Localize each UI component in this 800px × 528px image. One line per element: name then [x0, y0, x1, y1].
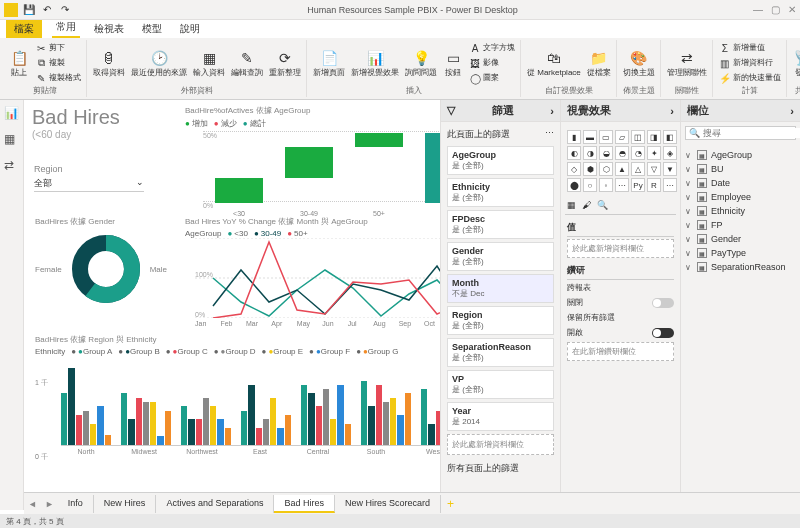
visual-type-icon[interactable]: ▲ [615, 162, 629, 176]
image-button[interactable]: 🖼影像 [467, 56, 517, 70]
edit-queries-button[interactable]: ✎編輯查詢 [229, 47, 265, 79]
filter-card[interactable]: Region是 (全部) [447, 306, 554, 335]
fields-tab-icon[interactable]: ▦ [567, 200, 576, 210]
filter-card[interactable]: FPDesc是 (全部) [447, 210, 554, 239]
refresh-button[interactable]: ⟳重新整理 [267, 47, 303, 79]
donut-chart[interactable]: BadHires 依據 Gender Female Male [34, 215, 174, 325]
waterfall-chart[interactable]: BadHire%ofActives 依據 AgeGroup 增加 減少 總計 5… [184, 104, 440, 210]
values-well[interactable]: 於此處新增資料欄位 [567, 239, 674, 258]
visual-type-icon[interactable]: ▱ [615, 130, 629, 144]
menu-help[interactable]: 說明 [176, 20, 204, 38]
visual-type-icon[interactable]: ▭ [599, 130, 613, 144]
filter-card[interactable]: VP是 (全部) [447, 370, 554, 399]
recent-sources-button[interactable]: 🕑最近使用的來源 [129, 47, 189, 79]
field-table[interactable]: ▦AgeGroup [685, 148, 796, 162]
line-chart[interactable]: Bad Hires YoY % Change 依據 Month 與 AgeGro… [184, 215, 440, 325]
from-file-button[interactable]: 📁從檔案 [585, 47, 613, 79]
visual-type-icon[interactable]: ◓ [615, 146, 629, 160]
copy-button[interactable]: ⧉複製 [33, 56, 83, 70]
visual-type-icon[interactable]: ▬ [583, 130, 597, 144]
save-icon[interactable]: 💾 [22, 3, 36, 17]
filter-card[interactable]: Ethnicity是 (全部) [447, 178, 554, 207]
redo-icon[interactable]: ↷ [58, 3, 72, 17]
next-tab-icon[interactable]: ► [41, 499, 58, 509]
model-view-icon[interactable]: ⇄ [4, 158, 20, 174]
visual-type-icon[interactable]: ⋯ [663, 178, 677, 192]
prev-tab-icon[interactable]: ◄ [24, 499, 41, 509]
format-painter-button[interactable]: ✎複製格式 [33, 71, 83, 85]
field-table[interactable]: ▦FP [685, 218, 796, 232]
report-view-icon[interactable]: 📊 [4, 106, 20, 122]
new-page-button[interactable]: 📄新增頁面 [311, 47, 347, 79]
get-data-button[interactable]: 🛢取得資料 [91, 47, 127, 79]
visual-type-icon[interactable]: ◑ [583, 146, 597, 160]
visual-type-icon[interactable]: ▽ [647, 162, 661, 176]
visual-type-icon[interactable]: ◇ [567, 162, 581, 176]
visual-type-icon[interactable]: ◫ [631, 130, 645, 144]
visual-type-icon[interactable]: ◧ [663, 130, 677, 144]
chevron-right-icon[interactable]: › [670, 105, 674, 117]
visual-type-icon[interactable]: ◨ [647, 130, 661, 144]
new-column-button[interactable]: ▥新增資料行 [717, 56, 783, 70]
report-tab[interactable]: Bad Hires [274, 495, 335, 513]
filter-card[interactable]: Gender是 (全部) [447, 242, 554, 271]
new-measure-button[interactable]: Σ新增量值 [717, 41, 783, 55]
visual-type-icon[interactable]: △ [631, 162, 645, 176]
clustered-column-chart[interactable]: BadHires 依據 Region 與 Ethnicity Ethnicity… [34, 333, 440, 468]
textbox-button[interactable]: A文字方塊 [467, 41, 517, 55]
field-table[interactable]: ▦Date [685, 176, 796, 190]
visual-type-icon[interactable]: ⬤ [567, 178, 581, 192]
more-icon[interactable]: ⋯ [545, 128, 554, 141]
marketplace-button[interactable]: 🛍從 Marketplace [525, 47, 583, 79]
format-tab-icon[interactable]: 🖌 [582, 200, 591, 210]
report-tab[interactable]: New Hires [94, 495, 157, 513]
field-table[interactable]: ▦Gender [685, 232, 796, 246]
shapes-button[interactable]: ◯圖案 [467, 71, 517, 85]
field-table[interactable]: ▦Ethnicity [685, 204, 796, 218]
filter-card[interactable]: Year是 2014 [447, 402, 554, 431]
filter-card[interactable]: AgeGroup是 (全部) [447, 146, 554, 175]
region-slicer[interactable]: Region 全部⌄ [34, 164, 144, 192]
minimize-icon[interactable]: — [753, 4, 763, 15]
cut-button[interactable]: ✂剪下 [33, 41, 83, 55]
visual-type-icon[interactable]: ▼ [663, 162, 677, 176]
add-filter-well[interactable]: 於此處新增資料欄位 [447, 434, 554, 455]
keep-filters-toggle[interactable] [652, 328, 674, 338]
filter-card[interactable]: Month不是 Dec [447, 274, 554, 303]
cross-report-toggle[interactable] [652, 298, 674, 308]
report-tab[interactable]: New Hires Scorecard [335, 495, 441, 513]
new-visual-button[interactable]: 📊新增視覺效果 [349, 47, 401, 79]
menu-model[interactable]: 模型 [138, 20, 166, 38]
visual-type-icon[interactable]: ◒ [599, 146, 613, 160]
report-canvas[interactable]: Bad Hires (<60 day Region 全部⌄ BadHire%of… [24, 100, 440, 510]
manage-relations-button[interactable]: ⇄管理關聯性 [665, 47, 709, 79]
field-table[interactable]: ▦BU [685, 162, 796, 176]
search-input[interactable] [703, 128, 800, 138]
visual-type-icon[interactable]: ○ [583, 178, 597, 192]
maximize-icon[interactable]: ▢ [771, 4, 780, 15]
visual-type-icon[interactable]: ◐ [567, 146, 581, 160]
buttons-button[interactable]: ▭按鈕 [441, 47, 465, 79]
visual-type-icon[interactable]: ▮ [567, 130, 581, 144]
enter-data-button[interactable]: ▦輸入資料 [191, 47, 227, 79]
field-table[interactable]: ▦PayType [685, 246, 796, 260]
chevron-down-icon[interactable]: ⌄ [136, 177, 144, 190]
data-view-icon[interactable]: ▦ [4, 132, 20, 148]
close-icon[interactable]: ✕ [788, 4, 796, 15]
quick-measure-button[interactable]: ⚡新的快速量值 [717, 71, 783, 85]
field-table[interactable]: ▦Employee [685, 190, 796, 204]
qa-button[interactable]: 💡詢問問題 [403, 47, 439, 79]
publish-button[interactable]: 📡發行 [791, 47, 800, 79]
visual-type-icon[interactable]: ◈ [663, 146, 677, 160]
menu-view[interactable]: 檢視表 [90, 20, 128, 38]
field-table[interactable]: ▦SeparationReason [685, 260, 796, 274]
analytics-tab-icon[interactable]: 🔍 [597, 200, 608, 210]
visual-type-icon[interactable]: Py [631, 178, 645, 192]
menu-home[interactable]: 常用 [52, 18, 80, 38]
report-tab[interactable]: Info [58, 495, 94, 513]
visual-type-icon[interactable]: ◔ [631, 146, 645, 160]
add-page-button[interactable]: + [441, 497, 460, 511]
chevron-right-icon[interactable]: › [550, 105, 554, 117]
filter-card[interactable]: SeparationReason是 (全部) [447, 338, 554, 367]
visual-type-icon[interactable]: ⋯ [615, 178, 629, 192]
